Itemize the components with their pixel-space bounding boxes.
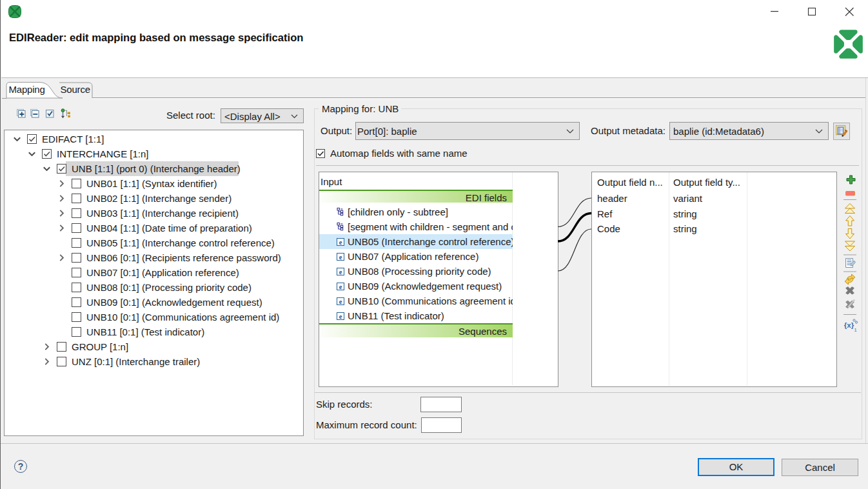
svg-text:e: e (339, 298, 342, 305)
svg-text:1: 1 (854, 327, 857, 333)
svg-text:e: e (339, 313, 342, 320)
svg-text:e: e (339, 283, 342, 290)
svg-text:e: e (339, 239, 342, 246)
svg-text:e: e (339, 254, 342, 261)
svg-text:{x}: {x} (844, 321, 854, 329)
svg-text:e: e (339, 268, 342, 275)
